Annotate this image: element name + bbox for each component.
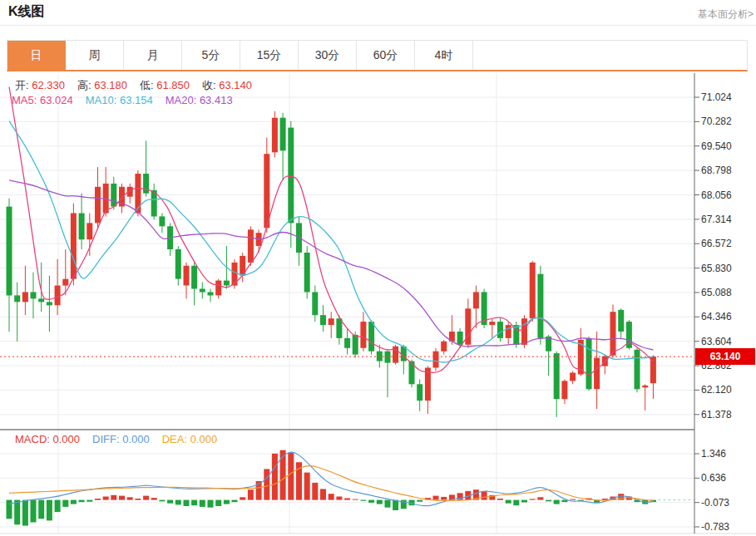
ma10-legend-item: MA10: 63.154 — [86, 94, 153, 106]
macd-bar-negative — [38, 500, 44, 519]
macd-bar-negative — [368, 500, 374, 503]
diff-value: 0.000 — [122, 433, 150, 445]
macd-bar-positive — [602, 499, 608, 500]
macd-bar-positive — [329, 494, 334, 499]
macd-bar-positive — [143, 496, 149, 500]
macd-bar-positive — [135, 499, 141, 500]
candle-up — [561, 381, 567, 399]
macd-bar-negative — [22, 500, 28, 526]
candle-up — [530, 263, 536, 318]
macd-bar-positive — [151, 498, 157, 500]
price-axis-label: 69.540 — [701, 140, 732, 152]
price-axis-label: 66.572 — [701, 238, 732, 249]
macd-bar-positive — [312, 483, 318, 500]
close-value: 63.140 — [219, 79, 252, 91]
candle-up — [248, 229, 254, 263]
candle-up — [489, 322, 495, 325]
candle-down — [353, 335, 358, 355]
candle-down — [497, 322, 503, 338]
candle-down — [111, 184, 116, 207]
candle-up — [22, 293, 28, 302]
macd-bar-negative — [232, 500, 238, 503]
candle-down — [47, 302, 52, 305]
macd-bar-positive — [95, 499, 101, 500]
macd-bar-positive — [111, 495, 116, 500]
macd-axis-label: 1.346 — [701, 448, 726, 460]
macd-bar-negative — [200, 500, 205, 507]
macd-bar-negative — [385, 500, 391, 508]
diff-legend-item: DIFF: 0.000 — [92, 433, 150, 445]
close-label: 收: — [202, 79, 219, 91]
candle-up — [594, 358, 600, 390]
high-value: 63.180 — [94, 79, 127, 91]
low-legend-item: 低: 61.850 — [140, 79, 190, 91]
macd-bar-negative — [14, 500, 20, 525]
price-axis-label: 64.346 — [701, 311, 732, 322]
high-label: 高: — [77, 79, 94, 91]
macd-bar-negative — [224, 500, 230, 504]
macd-bar-negative — [55, 500, 61, 513]
ma5-label: MA5: — [12, 94, 40, 106]
macd-bar-negative — [79, 500, 85, 503]
candle-up — [62, 279, 68, 286]
candle-down — [159, 216, 165, 226]
candle-down — [368, 322, 374, 352]
ohlc-legend: 开: 62.330高: 63.180低: 61.850收: 63.140 — [15, 78, 264, 93]
candle-up — [521, 318, 527, 345]
price-axis-label: 65.088 — [701, 287, 732, 298]
macd-bar-positive — [119, 496, 125, 500]
candle-up — [95, 187, 101, 223]
macd-bar-positive — [433, 496, 439, 500]
high-legend-item: 高: 63.180 — [77, 79, 127, 91]
price-axis-label: 71.024 — [701, 91, 732, 103]
candle-down — [280, 118, 286, 151]
macd-bar-negative — [215, 500, 221, 506]
ma10-value: 63.154 — [120, 94, 153, 106]
close-legend-item: 收: 63.140 — [202, 79, 252, 91]
macd-bar-positive — [288, 453, 294, 500]
macd-bar-positive — [336, 497, 342, 500]
candle-down — [344, 338, 350, 348]
macd-bar-negative — [377, 500, 383, 504]
macd-label: MACD: — [15, 433, 53, 445]
candle-down — [175, 249, 181, 279]
macd-bar-positive — [537, 497, 543, 499]
price-axis-label: 65.830 — [701, 263, 732, 274]
candle-down — [537, 274, 543, 338]
macd-bar-positive — [497, 499, 503, 500]
ma-legend: MA5: 63.024MA10: 63.154MA20: 63.413 — [12, 94, 245, 106]
dea-legend-item: DEA: 0.000 — [162, 433, 218, 445]
macd-bar-positive — [441, 497, 447, 500]
macd-bar-positive — [304, 473, 310, 500]
macd-bar-positive — [127, 497, 133, 499]
low-label: 低: — [140, 79, 156, 91]
macd-bar-negative — [521, 500, 527, 503]
price-axis-label: 62.120 — [701, 384, 732, 396]
price-axis-label: 68.056 — [701, 189, 732, 201]
macd-bar-positive — [272, 454, 278, 500]
macd-bar-positive — [248, 489, 254, 499]
candle-up — [329, 318, 334, 325]
candle-down — [635, 350, 640, 390]
macd-bar-negative — [31, 500, 37, 523]
candle-down — [79, 214, 85, 240]
macd-axis-label: -0.783 — [701, 521, 729, 533]
candle-up — [55, 286, 61, 306]
macd-bar-negative — [86, 500, 92, 502]
candle-up — [264, 154, 269, 228]
macd-bar-negative — [7, 500, 12, 519]
macd-bar-positive — [344, 499, 350, 500]
candle-down — [417, 384, 422, 401]
macd-bar-negative — [513, 500, 519, 506]
macd-bar-negative — [71, 500, 77, 504]
candle-up — [570, 373, 576, 381]
price-axis-label: 70.282 — [701, 116, 732, 127]
candle-up — [360, 322, 366, 348]
candle-down — [14, 295, 20, 302]
macd-bar-negative — [175, 500, 181, 505]
macd-bar-negative — [208, 500, 214, 508]
ma20-label: MA20: — [166, 94, 200, 106]
candle-up — [642, 386, 648, 387]
candle-down — [618, 310, 624, 332]
candle-down — [288, 128, 294, 224]
